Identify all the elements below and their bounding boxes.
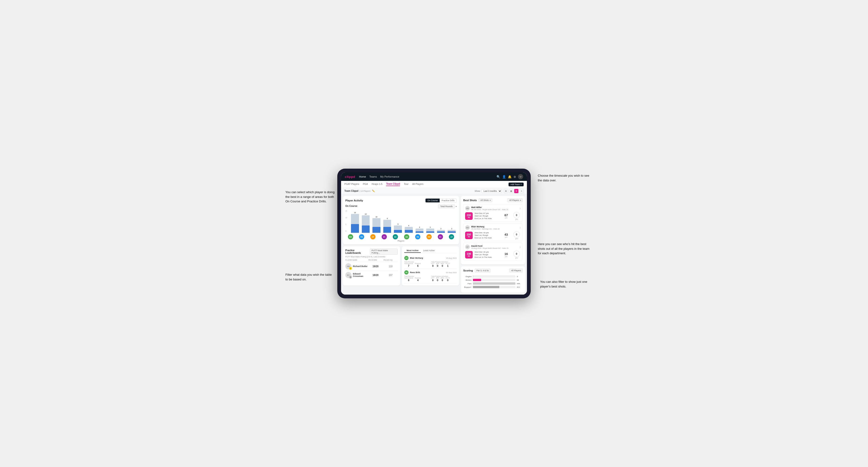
scoring-filter[interactable]: Par 3, 4 & 5s <box>475 269 490 272</box>
nav-my-performance[interactable]: My Performance <box>380 175 399 178</box>
x-axis-label: Players <box>345 240 457 242</box>
bar-8 <box>437 230 445 233</box>
scoring-title: Scoring <box>463 269 473 272</box>
leaderboard-columns: PLAYER NAME PB SCORE PB AVG SQ <box>345 259 398 261</box>
nav-teams[interactable]: Teams <box>369 175 377 178</box>
bar-col-3: 9 <box>383 209 391 233</box>
shot-details-2: 198 SG Shot Dist: 16 yds Start Lie: Roug… <box>465 250 521 259</box>
leaderboard-filter[interactable]: PUTT Must Make Putting... <box>370 249 398 255</box>
nav-home[interactable]: Home <box>359 175 366 178</box>
col-player-name: PLAYER NAME <box>345 259 368 261</box>
all-players-filter[interactable]: All Players ▾ <box>507 198 523 202</box>
view-list-icon[interactable]: ≡ <box>519 189 524 193</box>
players-filter-arrow-icon: ▾ <box>520 199 521 201</box>
total-rounds-filter[interactable]: Total Rounds <box>438 205 455 208</box>
bell-icon[interactable]: 🔔 <box>508 175 512 179</box>
avatar-col-0: BM <box>346 234 355 239</box>
shot-row-2: DF David Ford 24 Aug 2023 · Royal North … <box>463 243 523 261</box>
bar-3 <box>383 220 391 233</box>
bar-1 <box>362 215 370 233</box>
ap-header-0: BM Blair McHarg 26 Aug 2023 <box>404 256 457 260</box>
bar-value-2: 10 <box>375 216 377 218</box>
lb-player-1: EC 2 Edward Crossman <box>345 272 368 278</box>
activity-player-0: BM Blair McHarg 26 Aug 2023 Total Rounds… <box>404 254 457 269</box>
avatar[interactable]: U <box>518 174 523 179</box>
shot-player-detail-1: 23 Jul 2023 · Ashridge GC · Hole 15 <box>471 228 518 230</box>
shot-avatar-2: DF <box>465 245 470 249</box>
bar-9 <box>448 230 456 233</box>
bar-value-3: 9 <box>387 218 388 219</box>
shot-details-1: 200 SG Shot Dist: 43 yds Start Lie: Roug… <box>465 231 521 239</box>
lb-avatar-1: EC 2 <box>345 272 351 278</box>
annotation-bot-right: You can also filter to show just one pla… <box>540 280 592 289</box>
view-grid-icon[interactable]: ⊞ <box>504 189 508 193</box>
least-active-tab[interactable]: Least Active <box>421 249 437 253</box>
annotation-mid-right: Here you can see who's hit the best shot… <box>538 242 592 256</box>
avatar-col-5: GB <box>402 234 411 239</box>
view-icons: ⊞ ▦ ♥ ≡ <box>504 189 524 193</box>
search-icon[interactable]: 🔍 <box>497 175 500 179</box>
view-tile-icon[interactable]: ▦ <box>509 189 513 193</box>
bar-value-6: 3 <box>419 226 420 228</box>
y-axis: 15 10 5 0 <box>345 209 347 233</box>
show-label: Show: <box>474 190 480 192</box>
shots-header: Best Shots All Shots ▾ All Players ▾ <box>463 198 523 202</box>
ap-date-0: 26 Aug 2023 <box>446 257 457 259</box>
all-shots-filter[interactable]: All Shots ▾ <box>478 198 492 202</box>
scoring-val-2: 499 <box>517 283 523 285</box>
ap-stats-1: Total Rounds Tournament 8 Practice 4 Tot… <box>404 276 457 282</box>
shot-row-0: MM Matt Miller 09 Jun 2023 · Royal North… <box>463 204 523 222</box>
sub-nav-pgat[interactable]: PGAT Players <box>344 183 359 186</box>
sub-nav: PGAT Players PGA Hcaps 1-5 Team Clippd T… <box>341 181 527 188</box>
bar-value-4: 5 <box>398 223 398 225</box>
bar-value-7: 3 <box>430 226 431 228</box>
add-icon[interactable]: ⊕ <box>514 175 516 179</box>
avatar-img-6: RB <box>415 234 420 239</box>
shot-next-icon-2[interactable]: › <box>520 245 521 249</box>
practice-drills-toggle[interactable]: Practice Drills <box>440 198 456 203</box>
bar-value-8: 2 <box>441 228 441 229</box>
scoring-label-1: Birdies <box>463 279 471 281</box>
sub-nav-all-players[interactable]: All Players <box>412 183 423 186</box>
add-team-button[interactable]: Add Team + <box>508 183 524 186</box>
shot-next-icon-0[interactable]: › <box>520 206 521 210</box>
sub-nav-team-clippd[interactable]: Team Clippd <box>386 183 400 186</box>
sub-nav-tour[interactable]: Tour <box>404 183 408 186</box>
ap-date-1: 02 Sep 2023 <box>446 272 457 274</box>
avatar-row: BMRBDFJCEEGBRBMMECLR <box>345 234 457 239</box>
scoring-val-3: 311 <box>517 286 523 288</box>
show-select[interactable]: Last 3 months Last month Last 6 months L… <box>482 189 502 193</box>
lb-rank-1: 2 <box>349 276 352 279</box>
team-count: | 14 Players <box>359 190 370 192</box>
shot-metric2-0: 0 yds <box>512 212 521 220</box>
bar-col-1: 12 <box>362 209 370 233</box>
avatar-col-6: RB <box>414 234 422 239</box>
shot-player-row-2: DF David Ford 24 Aug 2023 · Royal North … <box>465 245 521 249</box>
shot-badge-2: 198 SG <box>465 251 473 258</box>
most-active-tab[interactable]: Most Active <box>404 249 421 253</box>
view-heart-icon[interactable]: ♥ <box>514 189 519 193</box>
shot-badge-0: 200 SG <box>465 212 473 220</box>
ap-player-name-1: Rees Britt <box>410 271 420 274</box>
sub-nav-pga[interactable]: PGA <box>363 183 368 186</box>
bar-value-9: 2 <box>451 228 452 229</box>
bar-col-9: 2 <box>448 209 456 233</box>
shot-next-icon-1[interactable]: › <box>520 226 521 229</box>
avatar-col-9: LR <box>447 234 456 239</box>
scoring-players-filter[interactable]: All Players <box>509 269 523 272</box>
shot-player-name-0: Matt Miller <box>471 206 518 209</box>
best-shots-card: Best Shots All Shots ▾ All Players ▾ <box>461 196 525 264</box>
bar-col-5: 4 <box>405 209 413 233</box>
ap-rounds-1: Total Rounds Tournament 8 Practice 4 <box>404 276 430 282</box>
people-icon[interactable]: 👤 <box>502 175 506 179</box>
bar-0 <box>351 214 359 233</box>
avatar-img-8: EC <box>438 234 443 239</box>
sub-nav-hcaps[interactable]: Hcaps 1-5 <box>372 183 382 186</box>
avatar-col-7: MM <box>425 234 433 239</box>
annotation-bottom-left: Filter what data you wish the table to b… <box>285 272 335 282</box>
lb-player-0: RB 1 Richard Butler <box>345 263 368 269</box>
shot-metric1-2: 16 yds <box>502 252 510 257</box>
edit-icon[interactable]: ✏️ <box>372 190 375 192</box>
lb-avg-1: 107 <box>383 274 398 276</box>
on-course-toggle[interactable]: On Course <box>426 198 440 203</box>
